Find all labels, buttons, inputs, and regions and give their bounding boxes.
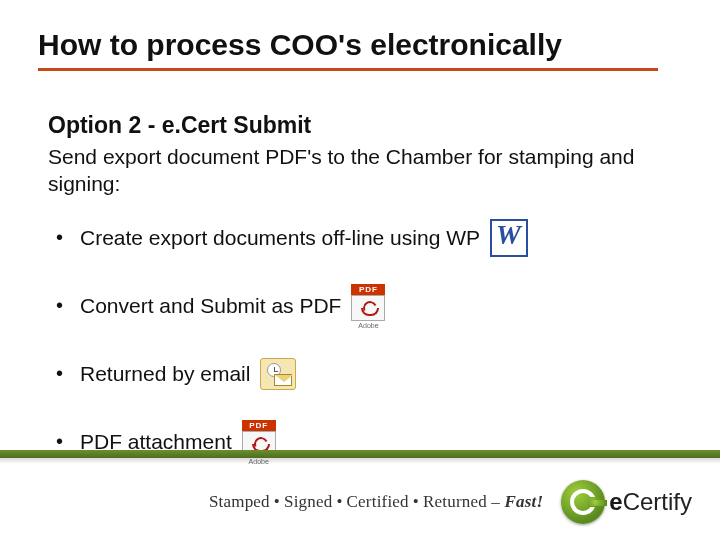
bullet-text: Create export documents off-line using W… xyxy=(80,226,480,250)
ecertify-mark-icon xyxy=(561,480,605,524)
ecertify-wordmark: eCertify xyxy=(609,488,692,516)
footer: Stamped•Signed•Certified•Returned – Fast… xyxy=(0,464,720,540)
option-subtitle: Option 2 - e.Cert Submit xyxy=(48,112,311,139)
bullet-text: Returned by email xyxy=(80,362,250,386)
ecertify-logo: eCertify xyxy=(561,480,692,524)
slide-title: How to process COO's electronically xyxy=(38,28,658,71)
intro-text: Send export document PDF's to the Chambe… xyxy=(48,144,648,198)
pdf-badge: PDF xyxy=(351,284,385,295)
bullet-text: Convert and Submit as PDF xyxy=(80,294,341,318)
outlook-email-icon xyxy=(260,358,296,390)
adobe-label: Adobe xyxy=(358,322,378,329)
list-item: Create export documents off-line using W… xyxy=(56,218,676,258)
divider-band xyxy=(0,450,720,458)
list-item: Convert and Submit as PDF PDF Adobe xyxy=(56,286,676,326)
pdf-badge: PDF xyxy=(242,420,276,431)
pdf-adobe-icon: PDF Adobe xyxy=(351,284,385,329)
footer-tagline: Stamped•Signed•Certified•Returned – Fast… xyxy=(209,492,543,512)
list-item: Returned by email xyxy=(56,354,676,394)
word-icon xyxy=(490,219,528,257)
